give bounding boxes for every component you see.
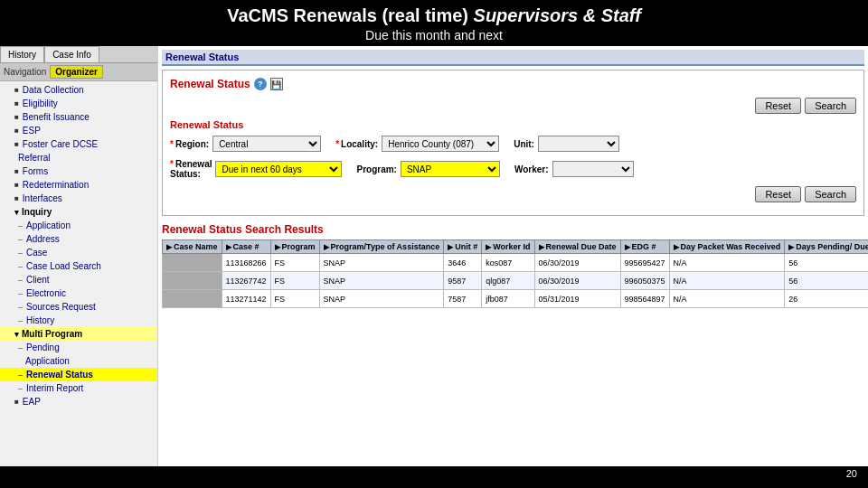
- sidebar-item-interfaces[interactable]: Interfaces: [0, 192, 157, 205]
- sidebar: History Case Info Navigation Organizer D…: [0, 46, 158, 466]
- renewal-status-select[interactable]: Due in next 60 days: [215, 161, 342, 177]
- table-cell: FS: [270, 272, 319, 290]
- sidebar-item-renewal-status[interactable]: Renewal Status: [0, 368, 157, 381]
- sort-arrow-day-packet: ▶: [674, 243, 679, 251]
- page-footer: 20: [0, 466, 868, 484]
- table-cell: 995695427: [620, 254, 669, 272]
- col-unit[interactable]: ▶Unit #: [444, 240, 482, 254]
- sidebar-item-referral[interactable]: Referral: [0, 151, 157, 164]
- field-worker: Worker:: [514, 159, 634, 179]
- title-main: VaCMS Renewals (real time): [227, 5, 468, 25]
- sidebar-item-redetermination[interactable]: Redetermination: [0, 178, 157, 192]
- header: VaCMS Renewals (real time) Supervisors &…: [0, 0, 868, 46]
- field-unit: Unit:: [514, 136, 619, 152]
- unit-select[interactable]: [538, 136, 619, 152]
- sidebar-item-interim-report[interactable]: Interim Report: [0, 381, 157, 395]
- table-cell: 56: [785, 254, 868, 272]
- table-cell: 06/30/2019: [534, 254, 620, 272]
- sidebar-item-esp[interactable]: ESP: [0, 124, 157, 137]
- table-cell: SNAP: [319, 272, 444, 290]
- table-cell: [163, 290, 222, 308]
- sidebar-item-pending[interactable]: Pending: [0, 341, 157, 354]
- sidebar-item-benefit-issuance[interactable]: Benefit Issuance: [0, 110, 157, 124]
- sidebar-item-eap[interactable]: EAP: [0, 395, 157, 408]
- section-title-text: Renewal Status: [170, 78, 250, 90]
- form-section-label: Renewal Status: [170, 119, 856, 130]
- col-days-pending[interactable]: ▶Days Pending/ Due: [785, 240, 868, 254]
- sidebar-item-case-load-search[interactable]: Case Load Search: [0, 259, 157, 273]
- table-cell: [163, 272, 222, 290]
- search-button-top[interactable]: Search: [805, 98, 856, 114]
- sidebar-item-address[interactable]: Address: [0, 232, 157, 246]
- col-program-type[interactable]: ▶Program/Type of Assistance: [319, 240, 444, 254]
- region-select[interactable]: Central: [212, 136, 321, 152]
- col-program[interactable]: ▶Program: [270, 240, 319, 254]
- table-cell: [163, 254, 222, 272]
- sort-arrow-renewal: ▶: [539, 243, 544, 251]
- sidebar-item-forms[interactable]: Forms: [0, 164, 157, 178]
- sidebar-item-case[interactable]: Case: [0, 246, 157, 259]
- title-italic: Supervisors & Staff: [474, 5, 641, 25]
- sidebar-item-multi-program[interactable]: Multi Program: [0, 327, 157, 341]
- save-icon[interactable]: 💾: [270, 78, 283, 90]
- sidebar-items: Data Collection Eligibility Benefit Issu…: [0, 81, 157, 410]
- sidebar-item-client[interactable]: Client: [0, 273, 157, 286]
- reset-button-bottom[interactable]: Reset: [755, 186, 801, 202]
- col-worker-id[interactable]: ▶Worker Id: [482, 240, 534, 254]
- sidebar-item-pending-application[interactable]: Application: [0, 354, 157, 368]
- worker-select[interactable]: [552, 161, 634, 177]
- table-cell: 06/30/2019: [534, 272, 620, 290]
- sidebar-item-foster-care[interactable]: Foster Care DCSE: [0, 137, 157, 151]
- program-select[interactable]: SNAP: [401, 161, 500, 177]
- table-cell: FS: [270, 290, 319, 308]
- table-row: 113168266FSSNAP3646kos08706/30/201999569…: [163, 254, 869, 272]
- sidebar-item-data-collection[interactable]: Data Collection: [0, 83, 157, 97]
- sort-arrow-program-type: ▶: [324, 243, 329, 251]
- col-day-packet[interactable]: ▶Day Packet Was Received: [669, 240, 785, 254]
- sidebar-item-eligibility[interactable]: Eligibility: [0, 97, 157, 110]
- table-cell: 9587: [444, 272, 482, 290]
- field-program: Program: SNAP: [356, 159, 499, 179]
- nav-label: Navigation: [4, 67, 46, 77]
- table-cell: 26: [785, 290, 868, 308]
- results-section: Renewal Status Search Results ▶Case Name…: [162, 223, 864, 308]
- locality-label: *Locality:: [335, 139, 378, 149]
- form-grid-row1: *Region: Central *Locality: Henrico Coun…: [170, 136, 856, 152]
- sort-arrow-unit: ▶: [448, 243, 453, 251]
- col-edg[interactable]: ▶EDG #: [620, 240, 669, 254]
- col-renewal-due[interactable]: ▶Renewal Due Date: [534, 240, 620, 254]
- sort-arrow-days-pending: ▶: [788, 243, 794, 251]
- tab-case-info[interactable]: Case Info: [44, 46, 99, 62]
- renewal-status-section: Renewal Status ? 💾 Reset Search Renewal …: [162, 70, 864, 216]
- results-title: Renewal Status Search Results: [162, 223, 864, 236]
- sidebar-item-electronic[interactable]: Electronic: [0, 286, 157, 300]
- sidebar-item-sources-request[interactable]: Sources Request: [0, 300, 157, 314]
- table-cell: 113267742: [222, 272, 270, 290]
- table-cell: 996050375: [620, 272, 669, 290]
- sort-arrow-worker: ▶: [486, 243, 491, 251]
- content-tab-bar: Renewal Status: [162, 50, 864, 66]
- sort-arrow-program: ▶: [275, 243, 280, 251]
- locality-select[interactable]: Henrico County (087): [382, 136, 499, 152]
- table-cell: 113168266: [222, 254, 270, 272]
- main-container: History Case Info Navigation Organizer D…: [0, 46, 868, 466]
- table-cell: qlg087: [482, 272, 534, 290]
- sidebar-item-history[interactable]: History: [0, 314, 157, 327]
- table-cell: 56: [785, 272, 868, 290]
- table-row: 113271142FSSNAP7587jfb08705/31/201999856…: [163, 290, 869, 308]
- search-button-bottom[interactable]: Search: [805, 186, 856, 202]
- reset-button-top[interactable]: Reset: [755, 98, 801, 114]
- col-case-name[interactable]: ▶Case Name: [163, 240, 222, 254]
- tab-history[interactable]: History: [0, 46, 44, 62]
- sidebar-item-inquiry[interactable]: Inquiry: [0, 205, 157, 219]
- table-cell: SNAP: [319, 254, 444, 272]
- table-cell: kos087: [482, 254, 534, 272]
- table-row: 113267742FSSNAP9587qlg08706/30/201999605…: [163, 272, 869, 290]
- top-button-row: Reset Search: [170, 98, 856, 114]
- col-case-num[interactable]: ▶Case #: [222, 240, 270, 254]
- help-icon[interactable]: ?: [254, 78, 267, 90]
- table-cell: 05/31/2019: [534, 290, 620, 308]
- organizer-label[interactable]: Organizer: [50, 65, 103, 79]
- section-title: Renewal Status ? 💾: [170, 78, 856, 90]
- sidebar-item-application[interactable]: Application: [0, 219, 157, 232]
